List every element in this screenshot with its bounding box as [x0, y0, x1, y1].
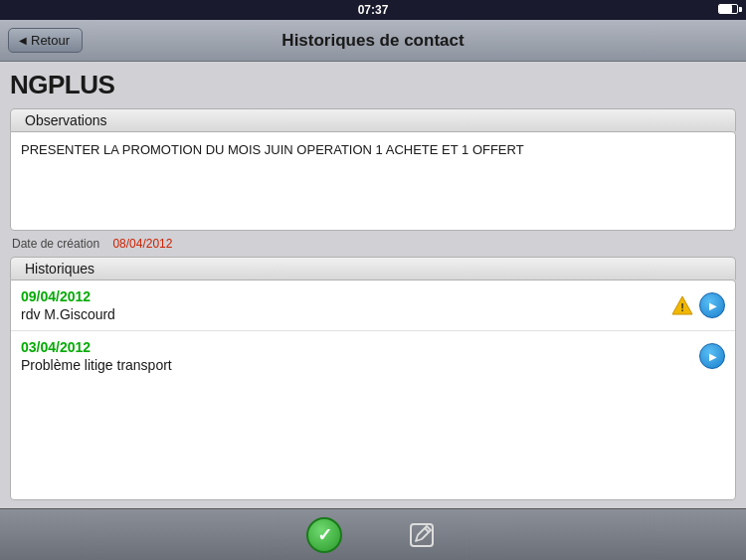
- status-bar: 07:37: [0, 0, 746, 20]
- history-left: 09/04/2012 rdv M.Giscourd: [21, 288, 115, 322]
- check-circle-icon: [306, 517, 342, 553]
- detail-arrow-button-2[interactable]: [699, 343, 725, 369]
- date-creation-line: Date de création 08/04/2012: [10, 237, 736, 251]
- history-left: 03/04/2012 Problème litige transport: [21, 339, 172, 373]
- observations-box: PRESENTER LA PROMOTION DU MOIS JUIN OPER…: [10, 131, 736, 231]
- observations-text: PRESENTER LA PROMOTION DU MOIS JUIN OPER…: [21, 142, 524, 157]
- observations-tab: Observations: [10, 108, 736, 131]
- history-date: 03/04/2012: [21, 339, 172, 355]
- edit-icon: [408, 521, 436, 549]
- history-actions: !: [671, 292, 725, 318]
- status-time: 07:37: [358, 3, 389, 17]
- history-description: rdv M.Giscourd: [21, 306, 115, 322]
- history-item: 03/04/2012 Problème litige transport: [11, 331, 735, 381]
- battery-icon: [718, 4, 738, 14]
- edit-button[interactable]: [403, 516, 441, 554]
- history-description: Problème litige transport: [21, 357, 172, 373]
- check-button[interactable]: [305, 516, 343, 554]
- back-button[interactable]: Retour: [8, 28, 83, 53]
- history-item: 09/04/2012 rdv M.Giscourd !: [11, 280, 735, 331]
- history-date: 09/04/2012: [21, 288, 115, 304]
- content-area: NGPLUS Observations PRESENTER LA PROMOTI…: [0, 62, 746, 508]
- history-actions: [699, 343, 725, 369]
- date-label: Date de création: [12, 237, 99, 251]
- date-value: 08/04/2012: [112, 237, 172, 251]
- bottom-toolbar: [0, 508, 746, 560]
- detail-arrow-button-1[interactable]: [699, 292, 725, 318]
- nav-bar-title: Historiques de contact: [281, 31, 464, 51]
- historiques-box: 09/04/2012 rdv M.Giscourd ! 03/04/2012 P…: [10, 280, 736, 500]
- app-title: NGPLUS: [10, 70, 736, 100]
- nav-bar: Retour Historiques de contact: [0, 20, 746, 62]
- warning-icon[interactable]: !: [671, 294, 693, 316]
- historiques-tab: Historiques: [10, 257, 736, 280]
- svg-rect-2: [411, 524, 433, 546]
- svg-text:!: !: [680, 301, 684, 313]
